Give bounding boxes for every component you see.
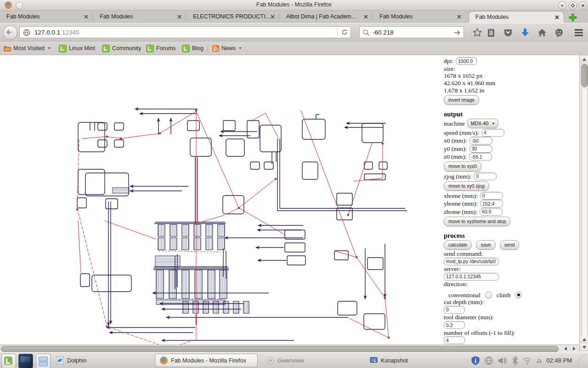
yhome-input[interactable] [480,200,503,207]
taskbar-item-firefox[interactable]: Fab Modules - Mozilla Firefox [155,354,258,367]
close-button[interactable] [579,1,587,10]
cut-depth-input[interactable] [444,306,465,314]
file-cabinet-icon[interactable] [36,354,51,368]
bookmark-linux-mint[interactable]: Linux Mint [59,44,95,53]
arrow-up-icon [582,338,586,341]
zjog-input[interactable] [474,172,497,180]
hello-chat-icon[interactable] [554,28,564,38]
scrollbar-thumb[interactable] [1,346,559,352]
tab-close-icon[interactable] [364,15,368,19]
mint-logo-icon [4,356,12,365]
taskbar-item-ksnapshot[interactable]: Ksnapshot [365,354,423,367]
taskbar-item-dolphin[interactable]: Dolphin [51,354,107,367]
new-tab-button[interactable] [569,13,577,22]
home-icon[interactable] [537,28,547,38]
machine-select[interactable]: MDX-40 [467,119,499,128]
bookmarks-separator [208,45,208,52]
tab-fab-modules-2[interactable]: Fab Modules [93,11,186,23]
reload-button[interactable] [338,29,348,37]
scroll-left-button[interactable] [561,345,570,352]
pocket-icon[interactable] [503,28,513,38]
most-visited-folder-icon [4,45,11,52]
z0-input[interactable] [469,153,492,161]
save-button[interactable]: save [476,240,495,250]
desktop: Fab Modules - Mozilla Firefox Fab Module… [0,0,588,368]
invert-image-button[interactable]: invert image [444,95,479,105]
tab-electronics-production[interactable]: ELECTRONICS PRODUCTI... [187,11,279,23]
move-to-xyz0-button[interactable]: move to xyz0 [444,161,481,171]
scroll-up-button[interactable] [580,56,588,63]
y0-input[interactable] [469,145,492,153]
taskbar-item-gwenview[interactable]: Gwenview [262,354,317,367]
menu-hamburger-icon[interactable] [573,28,584,38]
network-icon[interactable] [484,356,493,365]
taskbar: Dolphin Fab Modules - Mozilla Firefox Gw… [0,352,588,368]
vertical-scrollbar[interactable] [579,55,588,352]
offsets-input[interactable] [444,336,465,344]
volume-icon[interactable] [498,356,508,365]
speed-input[interactable] [481,129,504,137]
bookmark-most-visited[interactable]: Most Visited [4,44,51,53]
back-button[interactable] [3,25,17,40]
bookmarks-toolbar: Most Visited Linux Mint Community Forums… [0,41,588,55]
send-command-input[interactable] [444,258,499,265]
taskbar-clock[interactable]: 02:48 PM [546,357,572,364]
taskbar-item-label: Ksnapshot [381,357,408,364]
bookmark-community[interactable]: Community [102,44,141,53]
mint-menu-button[interactable] [1,354,16,368]
search-bar[interactable]: -60.218 [359,26,464,38]
search-go-icon[interactable] [453,29,461,36]
tab-close-icon[interactable] [271,15,275,19]
taskbar-item-label: Gwenview [277,357,304,364]
tool-diameter-input[interactable] [444,321,465,329]
size-label: size: [444,65,455,72]
send-button[interactable]: send [500,240,520,250]
xhome-input[interactable] [480,192,503,200]
scroll-up-button-2[interactable] [580,336,588,343]
maximize-button[interactable] [569,1,577,10]
tab-close-icon[interactable] [555,15,559,19]
tab-fab-modules-3[interactable]: Fab Modules [373,11,466,23]
downloads-icon[interactable] [520,28,530,38]
tab-close-icon[interactable] [457,15,461,19]
scroll-down-button[interactable] [580,344,588,351]
bookmark-blog[interactable]: Blog [182,44,204,53]
dpi-input[interactable] [456,57,477,65]
tab-close-icon[interactable] [84,15,88,19]
conventional-radio[interactable] [485,292,492,299]
tab-label: Fab Modules [100,13,133,20]
horizontal-scrollbar[interactable] [0,345,579,352]
move-to-xy0-zjog-button[interactable]: move to xy0 zjog [444,181,489,191]
bookmark-forums[interactable]: Forums [146,44,175,53]
zhome-input[interactable] [480,208,503,216]
x0-input[interactable] [469,137,492,144]
wifi-icon[interactable] [522,356,532,365]
chevron-down-icon [492,123,495,125]
tab-close-icon[interactable] [177,15,181,19]
tab-fab-modules-active[interactable]: Fab Modules [469,11,564,23]
page-content: dpi: size: 1678 x 1652 px 42.620 x 41.96… [0,55,588,352]
url-text[interactable]: 127.0.0.1:12345 [34,29,79,36]
tray-expand-icon[interactable] [537,358,542,363]
climb-radio[interactable] [515,292,522,299]
bluetooth-icon[interactable] [512,356,518,365]
tab-fab-modules-1[interactable]: Fab Modules [0,11,93,23]
navigation-toolbar: 127.0.0.1:12345 -60.218 [0,23,588,41]
reading-list-icon[interactable] [486,28,496,38]
scrollbar-track[interactable] [582,87,588,340]
show-desktop-icon[interactable] [18,354,33,368]
info-notifier-icon[interactable] [471,356,480,365]
calculate-button[interactable]: calculate [444,240,472,250]
minimize-button[interactable] [558,1,566,10]
search-input[interactable]: -60.218 [373,29,394,36]
server-input[interactable] [444,273,499,281]
scrollbar-thumb[interactable] [581,64,588,87]
move-to-xyzhome-button[interactable]: move to xyzhome and stop [444,217,510,226]
bookmark-star-icon[interactable] [472,28,482,38]
scroll-right-button[interactable] [570,345,578,352]
desktop-corner-widget[interactable] [576,354,586,368]
speed-label: speed (mm/s): [444,129,479,136]
url-bar[interactable]: 127.0.0.1:12345 [19,26,351,38]
bookmark-news[interactable]: News [212,44,242,53]
tab-albot-dima[interactable]: Albot Dima | Fab Academ... [280,11,373,23]
